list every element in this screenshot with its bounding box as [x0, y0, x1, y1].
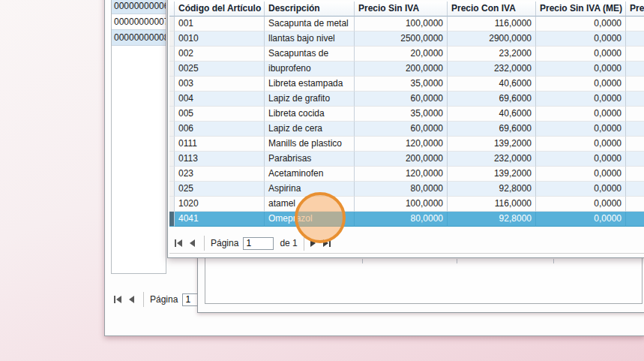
column-header[interactable]: Precio Sin IVA — [355, 2, 448, 17]
table-cell[interactable]: llantas bajo nivel — [265, 32, 355, 47]
table-cell[interactable]: 0,0000 — [536, 167, 626, 182]
table-cell[interactable]: Manills de plastico — [265, 137, 355, 152]
table-cell[interactable]: 60,0000 — [355, 122, 448, 137]
table-cell[interactable]: 0,0000 — [536, 62, 626, 77]
table-cell[interactable]: 001 — [175, 17, 265, 32]
table-row[interactable]: 4041Omeprazol80,000092,80000,0000 — [169, 212, 644, 227]
table-cell[interactable]: Libreta estampada — [265, 77, 355, 92]
table-cell[interactable]: 80,0000 — [355, 212, 448, 227]
table-cell[interactable]: 025 — [175, 182, 265, 197]
table-cell[interactable]: 0,0000 — [536, 212, 626, 227]
table-cell[interactable] — [626, 122, 644, 137]
table-row[interactable]: 005Libreta cocida35,000040,60000,0000 — [169, 107, 644, 122]
table-cell[interactable]: 1020 — [175, 197, 265, 212]
table-cell[interactable]: 006 — [175, 122, 265, 137]
table-cell[interactable]: 232,0000 — [448, 152, 536, 167]
table-row[interactable]: 0025ibuprofeno200,0000232,00000,0000 — [169, 62, 644, 77]
table-cell[interactable] — [626, 212, 644, 227]
table-cell[interactable]: 0113 — [175, 152, 265, 167]
table-cell[interactable]: 116,0000 — [448, 17, 536, 32]
table-cell[interactable] — [626, 62, 644, 77]
column-header[interactable]: Precio Con IVA — [448, 2, 536, 17]
table-cell[interactable]: 69,6000 — [448, 122, 536, 137]
table-cell[interactable]: 100,0000 — [355, 17, 448, 32]
column-header[interactable]: Descripción — [265, 2, 355, 17]
table-cell[interactable]: 139,2000 — [448, 167, 536, 182]
table-cell[interactable]: Lapiz de grafito — [265, 92, 355, 107]
table-cell[interactable]: 0,0000 — [536, 182, 626, 197]
table-cell[interactable]: Sacapunta de metal — [265, 17, 355, 32]
table-cell[interactable]: 100,0000 — [355, 197, 448, 212]
column-header[interactable]: Precio Sin IVA (ME) — [536, 2, 626, 17]
table-cell[interactable]: 92,8000 — [448, 182, 536, 197]
table-cell[interactable]: 0111 — [175, 137, 265, 152]
table-cell[interactable]: 92,8000 — [448, 212, 536, 227]
table-cell[interactable]: 232,0000 — [448, 62, 536, 77]
table-cell[interactable]: Sacapuntas de — [265, 47, 355, 62]
table-cell[interactable]: 200,0000 — [355, 62, 448, 77]
table-cell[interactable] — [626, 32, 644, 47]
table-cell[interactable]: 0010 — [175, 32, 265, 47]
table-cell[interactable]: 2900,0000 — [448, 32, 536, 47]
table-cell[interactable]: 0025 — [175, 62, 265, 77]
table-cell[interactable]: Acetaminofen — [265, 167, 355, 182]
table-cell[interactable]: 003 — [175, 77, 265, 92]
table-cell[interactable]: 139,2000 — [448, 137, 536, 152]
previous-page-button[interactable] — [190, 239, 195, 247]
table-cell[interactable]: 23,2000 — [448, 47, 536, 62]
table-cell[interactable] — [626, 167, 644, 182]
table-cell[interactable]: 80,0000 — [355, 182, 448, 197]
column-header[interactable]: Pre — [626, 2, 644, 17]
table-cell[interactable]: 0,0000 — [536, 137, 626, 152]
table-row[interactable]: 0111Manills de plastico120,0000139,20000… — [169, 137, 644, 152]
table-cell[interactable]: Parabrisas — [265, 152, 355, 167]
table-cell[interactable]: 116,0000 — [448, 197, 536, 212]
first-page-button[interactable] — [175, 239, 182, 247]
table-row[interactable]: 002Sacapuntas de20,000023,20000,0000 — [169, 47, 644, 62]
table-cell[interactable] — [626, 77, 644, 92]
table-row[interactable]: 001Sacapunta de metal100,0000116,00000,0… — [169, 17, 644, 32]
table-cell[interactable]: 40,6000 — [448, 107, 536, 122]
table-cell[interactable]: 69,6000 — [448, 92, 536, 107]
table-cell[interactable]: 005 — [175, 107, 265, 122]
table-row[interactable]: 004Lapiz de grafito60,000069,60000,0000 — [169, 92, 644, 107]
table-cell[interactable]: 0,0000 — [536, 197, 626, 212]
table-row[interactable]: 0010llantas bajo nivel2500,00002900,0000… — [169, 32, 644, 47]
table-row[interactable]: 023Acetaminofen120,0000139,20000,0000 — [169, 167, 644, 182]
table-cell[interactable]: 40,6000 — [448, 77, 536, 92]
table-cell[interactable]: 120,0000 — [355, 167, 448, 182]
table-row[interactable]: 0113Parabrisas200,0000232,00000,0000 — [169, 152, 644, 167]
table-cell[interactable]: 0,0000 — [536, 77, 626, 92]
table-cell[interactable] — [626, 197, 644, 212]
table-cell[interactable]: 35,0000 — [355, 77, 448, 92]
table-cell[interactable]: 002 — [175, 47, 265, 62]
table-cell[interactable] — [626, 152, 644, 167]
table-cell[interactable] — [626, 182, 644, 197]
table-cell[interactable]: 023 — [175, 167, 265, 182]
previous-page-button[interactable] — [129, 296, 134, 303]
table-cell[interactable]: 0,0000 — [536, 47, 626, 62]
table-cell[interactable]: 0,0000 — [536, 32, 626, 47]
table-cell[interactable]: 4041 — [175, 212, 265, 227]
table-row[interactable]: 025Aspirina80,000092,80000,0000 — [169, 182, 644, 197]
table-cell[interactable]: 0,0000 — [536, 152, 626, 167]
table-cell[interactable] — [626, 17, 644, 32]
table-cell[interactable]: 004 — [175, 92, 265, 107]
table-cell[interactable]: 120,0000 — [355, 137, 448, 152]
table-cell[interactable]: 2500,0000 — [355, 32, 448, 47]
page-number-input[interactable] — [243, 237, 274, 250]
table-cell[interactable]: Libreta cocida — [265, 107, 355, 122]
table-row[interactable]: 006Lapiz de cera60,000069,60000,0000 — [169, 122, 644, 137]
column-header[interactable]: Código del Artículo — [175, 2, 265, 17]
code-cell[interactable]: 00000000006 — [112, 0, 166, 14]
table-cell[interactable]: 0,0000 — [536, 92, 626, 107]
table-cell[interactable] — [626, 137, 644, 152]
table-cell[interactable]: 0,0000 — [536, 17, 626, 32]
table-cell[interactable]: 200,0000 — [355, 152, 448, 167]
table-cell[interactable]: 0,0000 — [536, 122, 626, 137]
table-cell[interactable]: Lapiz de cera — [265, 122, 355, 137]
code-cell[interactable]: 00000000007 — [112, 14, 166, 30]
table-cell[interactable]: 60,0000 — [355, 92, 448, 107]
table-cell[interactable]: 0,0000 — [536, 107, 626, 122]
table-cell[interactable]: 20,0000 — [355, 47, 448, 62]
